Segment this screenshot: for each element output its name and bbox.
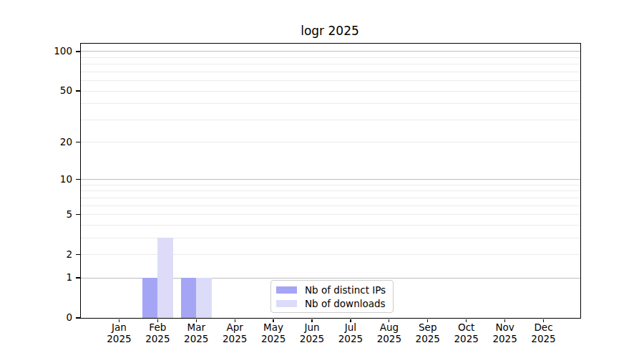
y-tick-label: 100 — [54, 47, 72, 57]
x-tick-label-feb: Feb 2025 — [136, 322, 179, 344]
y-gridline-minor — [81, 185, 580, 185]
y-gridline-major — [81, 179, 580, 180]
figure: logr 2025 0125102050100Jan 2025Feb 2025M… — [0, 0, 644, 358]
y-gridline-minor — [81, 254, 580, 255]
legend-entry-downloads: Nb of downloads — [276, 298, 386, 309]
y-tick-mark — [76, 317, 81, 318]
legend-label-distinct-ips: Nb of distinct IPs — [305, 284, 386, 296]
x-tick-label-nov: Nov 2025 — [484, 322, 527, 344]
y-tick-label: 20 — [60, 137, 72, 147]
y-gridline-minor — [81, 190, 580, 191]
y-tick-mark — [76, 142, 81, 142]
y-tick-mark — [76, 277, 81, 278]
plot-area — [80, 43, 581, 319]
y-gridline-major — [81, 51, 580, 52]
x-tick-label-jul: Jul 2025 — [329, 322, 372, 344]
legend-entry-distinct-ips: Nb of distinct IPs — [276, 284, 386, 295]
chart-title: logr 2025 — [223, 24, 437, 38]
y-tick-label: 1 — [66, 273, 72, 283]
legend: Nb of distinct IPs Nb of downloads — [270, 280, 394, 313]
y-gridline-minor — [81, 214, 580, 215]
y-tick-label: 2 — [66, 250, 72, 260]
y-tick-mark — [76, 179, 81, 180]
y-gridline-minor — [81, 103, 580, 104]
y-gridline-minor — [81, 198, 580, 198]
y-gridline-minor — [81, 72, 580, 72]
distinct-ips-swatch — [276, 286, 297, 294]
y-gridline-minor — [81, 142, 580, 142]
y-gridline-minor — [81, 91, 580, 92]
bar-distinct-ips-mar — [181, 278, 197, 318]
y-gridline-minor — [81, 64, 580, 64]
bar-downloads-feb — [157, 238, 173, 318]
y-gridline-minor — [81, 238, 580, 238]
legend-label-downloads: Nb of downloads — [305, 298, 386, 309]
y-tick-label: 10 — [60, 175, 72, 185]
y-gridline-minor — [81, 80, 580, 81]
y-tick-mark — [76, 90, 81, 91]
x-tick-label-mar: Mar 2025 — [175, 322, 218, 344]
y-tick-mark — [76, 214, 81, 215]
x-tick-label-oct: Oct 2025 — [445, 322, 488, 344]
x-tick-label-aug: Aug 2025 — [368, 322, 411, 344]
x-tick-label-apr: Apr 2025 — [213, 322, 256, 344]
bar-downloads-mar — [196, 278, 212, 318]
x-tick-label-dec: Dec 2025 — [522, 322, 565, 344]
bar-distinct-ips-feb — [142, 278, 158, 318]
y-gridline-minor — [81, 225, 580, 226]
x-tick-label-may: May 2025 — [252, 322, 295, 344]
x-tick-label-sep: Sep 2025 — [406, 322, 449, 344]
x-tick-label-jun: Jun 2025 — [291, 322, 333, 344]
downloads-swatch — [276, 300, 297, 307]
y-gridline-minor — [81, 205, 580, 206]
x-tick-label-jan: Jan 2025 — [97, 322, 140, 344]
y-tick-label: 50 — [60, 86, 72, 96]
y-gridline-minor — [81, 120, 580, 120]
y-tick-mark — [76, 51, 81, 52]
y-gridline-minor — [81, 57, 580, 58]
y-tick-label: 0 — [66, 313, 72, 323]
y-tick-mark — [76, 254, 81, 255]
y-tick-label: 5 — [66, 210, 72, 220]
